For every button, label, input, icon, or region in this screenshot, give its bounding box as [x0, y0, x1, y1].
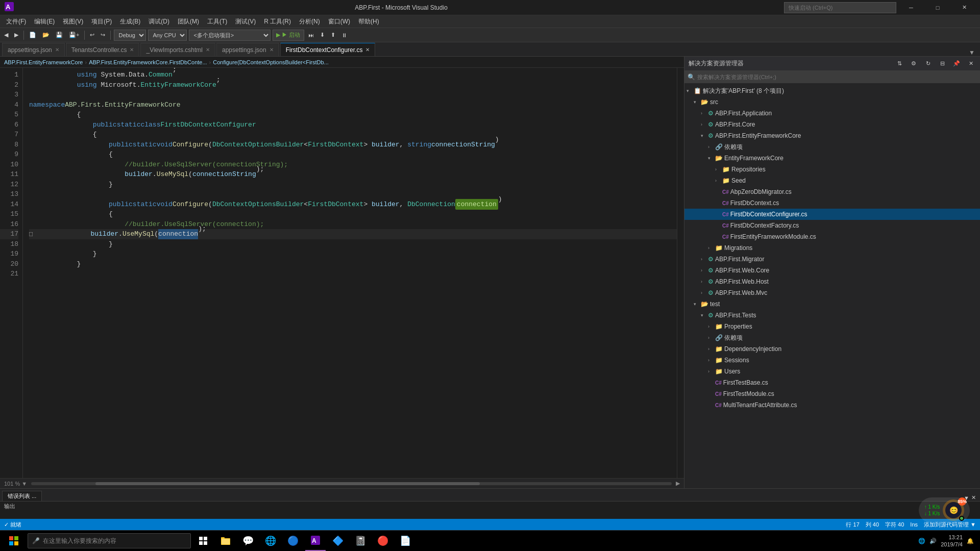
tree-multitenant[interactable]: › C# MultiTenantFactAttribute.cs [684, 399, 980, 411]
taskbar-note-icon[interactable]: 📄 [395, 531, 415, 551]
se-close-button[interactable]: ✕ [966, 59, 976, 69]
save-all-button[interactable]: 💾+ [67, 30, 81, 41]
tab-viewimports[interactable]: _ViewImports.cshtml ✕ [140, 43, 215, 56]
tree-di[interactable]: › 📁 DependencyInjection [684, 343, 980, 355]
close-button[interactable]: ✕ [952, 0, 976, 15]
undo-button[interactable]: ↩ [88, 30, 96, 41]
tree-solution-root[interactable]: ▾ 📋 解决方案'ABP.First' (8 个项目) [684, 85, 980, 96]
menu-help[interactable]: 帮助(H) [354, 16, 383, 27]
tree-efcore-project[interactable]: ▾ ⚙ ABP.First.EntityFrameworkCore [684, 130, 980, 141]
tree-efcore-folder[interactable]: ▾ 📂 EntityFrameworkCore [684, 153, 980, 164]
taskbar-explorer-icon[interactable] [215, 531, 236, 551]
tree-webhost-project[interactable]: › ⚙ ABP.First.Web.Host [684, 276, 980, 287]
error-list-tab[interactable]: 错误列表 ... [2, 491, 42, 501]
taskbar-chrome-icon[interactable]: 🔵 [283, 531, 303, 551]
debug-config-combo[interactable]: Debug [114, 30, 146, 41]
tree-seed[interactable]: › 📁 Seed [684, 175, 980, 186]
taskbar-music-icon[interactable]: 🔴 [373, 531, 393, 551]
tab-appsettings-1[interactable]: appsettings.json ✕ [2, 43, 65, 56]
tab-close-icon[interactable]: ✕ [130, 47, 134, 53]
tab-overflow-button[interactable]: ▼ [966, 49, 978, 56]
tree-firsttestmodule[interactable]: › C# FirstTestModule.cs [684, 388, 980, 399]
tree-webmvc-project[interactable]: › ⚙ ABP.First.Web.Mvc [684, 287, 980, 298]
menu-tools[interactable]: 工具(T) [203, 16, 231, 27]
tab-close-icon[interactable]: ✕ [55, 47, 59, 53]
step-in-button[interactable]: ⬇ [318, 30, 327, 41]
tab-appsettings-2[interactable]: appsettings.json ✕ [216, 43, 279, 56]
menu-team[interactable]: 团队(M) [174, 16, 203, 27]
taskbar-sound-icon[interactable]: 🔊 [929, 538, 937, 544]
menu-test[interactable]: 测试(V) [231, 16, 260, 27]
tree-firsttestbase[interactable]: › C# FirstTestBase.cs [684, 377, 980, 388]
tree-firstefmodule[interactable]: › C# FirstEntityFrameworkModule.cs [684, 231, 980, 242]
se-refresh-button[interactable]: ↻ [923, 59, 933, 69]
menu-view[interactable]: 视图(V) [59, 16, 87, 27]
chat-widget[interactable]: ↑ 1 K/s ↓ 1 K/s 😊 85% [919, 497, 970, 523]
forward-button[interactable]: ▶ [12, 30, 20, 41]
taskbar-vscode-icon[interactable]: 🔷 [328, 531, 348, 551]
code-content[interactable]: using System.Data.Common; using Microsof… [23, 68, 677, 478]
tab-tenants[interactable]: TenantsController.cs ✕ [66, 43, 140, 56]
tree-migrations-folder[interactable]: › 📁 Migrations [684, 242, 980, 254]
taskbar-clock[interactable]: 13:21 2019/7/4 [941, 534, 963, 548]
tab-firstdbcontext-configurer[interactable]: FirstDbContextConfigurer.cs ✕ [280, 43, 376, 56]
tree-core-project[interactable]: › ⚙ ABP.First.Core [684, 119, 980, 130]
tree-dependencies[interactable]: › 🔗 依赖项 [684, 141, 980, 153]
widget-avatar[interactable]: 😊 85% [943, 499, 964, 521]
tab-close-icon[interactable]: ✕ [206, 47, 210, 53]
taskbar-network-icon[interactable]: 🌐 [918, 538, 925, 544]
tree-sessions[interactable]: › 📁 Sessions [684, 355, 980, 366]
se-collapse-button[interactable]: ⊟ [937, 59, 947, 69]
tree-users[interactable]: › 📁 Users [684, 366, 980, 377]
menu-debug[interactable]: 调试(D) [144, 16, 174, 27]
quick-launch-input[interactable] [784, 2, 896, 13]
step-over-button[interactable]: ⏭ [306, 30, 316, 41]
taskbar-notification-icon[interactable]: 🔔 [967, 538, 974, 544]
start-menu-button[interactable] [2, 531, 26, 551]
open-file-button[interactable]: 📂 [40, 30, 52, 41]
tree-src-folder[interactable]: ▾ 📂 src [684, 96, 980, 108]
menu-rtools[interactable]: R 工具(R) [260, 16, 295, 27]
tree-migrator-project[interactable]: › ⚙ ABP.First.Migrator [684, 254, 980, 265]
tree-firstdbcontext[interactable]: › C# FirstDbContext.cs [684, 197, 980, 209]
bottom-panel-close-button[interactable]: ✕ [971, 494, 976, 501]
platform-combo[interactable]: Any CPU [148, 30, 187, 41]
menu-file[interactable]: 文件(F) [2, 16, 30, 27]
back-button[interactable]: ◀ [2, 30, 10, 41]
editor-scrollbar[interactable] [677, 68, 684, 478]
se-search-bar[interactable]: 🔍 [684, 71, 980, 83]
maximize-button[interactable]: □ [926, 0, 949, 15]
menu-window[interactable]: 窗口(W) [324, 16, 354, 27]
tree-tests-project[interactable]: ▾ ⚙ ABP.First.Tests [684, 310, 980, 321]
taskbar-cortana-icon[interactable]: 💬 [238, 531, 258, 551]
se-sync-button[interactable]: ⇅ [894, 59, 904, 69]
tree-webcore-project[interactable]: › ⚙ ABP.First.Web.Core [684, 265, 980, 276]
tree-repositories[interactable]: › 📁 Repositories [684, 164, 980, 175]
new-file-button[interactable]: 📄 [27, 30, 38, 41]
menu-build[interactable]: 生成(B) [116, 16, 144, 27]
zoom-level[interactable]: 101 % ▼ [4, 481, 27, 487]
se-pin-button[interactable]: 📌 [951, 59, 962, 69]
step-out-button[interactable]: ⬆ [329, 30, 337, 41]
breakpoint-button[interactable]: ⏸ [339, 30, 349, 41]
taskbar-onenote-icon[interactable]: 📓 [350, 531, 371, 551]
tree-test-folder[interactable]: ▾ 📂 test [684, 298, 980, 310]
save-button[interactable]: 💾 [54, 30, 65, 41]
tree-test-deps[interactable]: › 🔗 依赖项 [684, 332, 980, 343]
minimize-button[interactable]: ─ [899, 0, 923, 15]
taskbar-ie-icon[interactable]: 🌐 [260, 531, 281, 551]
se-settings-button[interactable]: ⚙ [909, 59, 919, 69]
menu-project[interactable]: 项目(P) [87, 16, 116, 27]
tree-firstdbcontextfactory[interactable]: › C# FirstDbContextFactory.cs [684, 220, 980, 231]
start-button[interactable]: ▶ ▶ 启动 [273, 30, 304, 41]
taskbar-multitask-button[interactable] [193, 531, 213, 551]
taskbar-vs-icon[interactable]: A [305, 531, 326, 551]
startup-combo[interactable]: <多个启动项目> [189, 30, 271, 41]
tree-abpzerodbmigrator[interactable]: › C# AbpZeroDbMigrator.cs [684, 186, 980, 197]
scroll-right-icon[interactable]: ▶ [676, 480, 680, 487]
se-tree[interactable]: ▾ 📋 解决方案'ABP.First' (8 个项目) ▾ 📂 src › ⚙ … [684, 83, 980, 488]
se-search-input[interactable] [697, 74, 977, 80]
redo-button[interactable]: ↪ [99, 30, 107, 41]
taskbar-search[interactable]: 🎤 在这里输入你要搜索的内容 [28, 533, 191, 548]
menu-analyze[interactable]: 分析(N) [295, 16, 324, 27]
